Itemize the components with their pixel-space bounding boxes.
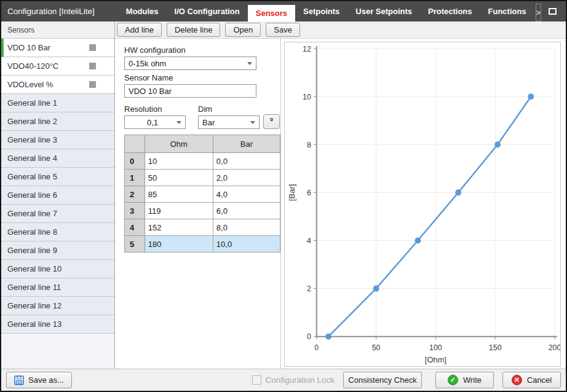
maximize-icon[interactable] (549, 8, 557, 15)
bar-value-cell[interactable]: 8,0 (213, 219, 280, 236)
resolution-select[interactable]: 0,1 (124, 116, 186, 129)
bar-value-cell[interactable]: 0,0 (213, 153, 280, 170)
sidebar-item-general-line-11[interactable]: General line 11 (1, 278, 114, 297)
sensor-name-input[interactable]: VDO 10 Bar (124, 84, 256, 98)
svg-text:4: 4 (307, 237, 311, 245)
bar-column-header: Bar (213, 135, 280, 153)
ohm-value-cell[interactable]: 85 (145, 186, 213, 203)
tab-modules[interactable]: Modules (118, 1, 167, 22)
sidebar-item-general-line-2[interactable]: General line 2 (1, 112, 114, 131)
toolbar: Add lineDelete lineOpenSave (115, 22, 566, 39)
degree-button[interactable]: ° (263, 114, 280, 129)
chevron-down-icon (250, 121, 255, 124)
svg-text:0: 0 (314, 343, 319, 352)
configuration-lock-checkbox[interactable] (252, 375, 261, 385)
cancel-label: Cancel (527, 375, 552, 385)
save-button[interactable]: Save (266, 23, 300, 37)
sidebar-item-general-line-10[interactable]: General line 10 (1, 260, 114, 278)
sidebar-item-vdolevel[interactable]: VDOLevel % (1, 76, 114, 94)
bar-value-cell[interactable]: 2,0 (213, 170, 280, 186)
ohm-value-cell[interactable]: 180 (145, 236, 213, 253)
sidebar-item-general-line-13[interactable]: General line 13 (1, 315, 114, 334)
sensor-form-panel: HW configuration 0-15k ohm Sensor Name V… (115, 39, 281, 369)
ohm-value-cell[interactable]: 10 (145, 153, 213, 170)
tab-overflow-button[interactable]: > (536, 4, 541, 22)
sidebar-item-general-line-9[interactable]: General line 9 (1, 241, 114, 260)
row-index-cell[interactable]: 5 (125, 236, 145, 253)
ohm-value-cell[interactable]: 152 (145, 219, 213, 236)
svg-text:8: 8 (307, 141, 311, 149)
open-button[interactable]: Open (225, 23, 261, 37)
table-row: 2854,0 (125, 186, 280, 203)
sidebar-item-general-line-8[interactable]: General line 8 (1, 223, 114, 241)
table-header-row: Ohm Bar (125, 135, 280, 153)
hw-configuration-label: HW configuration (124, 45, 280, 55)
sidebar-item-label: General line 6 (7, 190, 57, 200)
sidebar-item-label: VDO40-120°C (7, 61, 58, 71)
hw-configuration-value: 0-15k ohm (129, 59, 166, 68)
row-index-cell[interactable]: 4 (125, 219, 145, 236)
tab-setpoints[interactable]: Setpoints (295, 1, 347, 22)
sidebar-item-label: General line 8 (7, 227, 57, 237)
add-line-button[interactable]: Add line (117, 23, 162, 37)
tab-bar: ModulesI/O ConfigurationSensorsSetpoints… (118, 1, 534, 22)
row-index-cell[interactable]: 3 (125, 203, 145, 219)
check-circle-icon: ✓ (448, 375, 458, 385)
svg-text:50: 50 (372, 343, 381, 352)
row-index-cell[interactable]: 0 (125, 153, 145, 170)
table-row: 1502,0 (125, 170, 280, 186)
delete-line-button[interactable]: Delete line (167, 23, 220, 37)
index-column-header (125, 135, 145, 153)
bar-value-cell[interactable]: 6,0 (213, 203, 280, 219)
row-index-cell[interactable]: 1 (125, 170, 145, 186)
row-index-cell[interactable]: 2 (125, 186, 145, 203)
sidebar-item-general-line-3[interactable]: General line 3 (1, 131, 114, 149)
calibration-table: Ohm Bar 0100,01502,02854,031196,041528,0… (124, 135, 280, 253)
floppy-disk-icon (14, 375, 24, 385)
sidebar-item-label: General line 10 (7, 264, 61, 273)
line-chart: 024681012050100150200[Bar][Ohm] (285, 42, 560, 366)
sidebar-item-label: General line 13 (7, 319, 61, 329)
sidebar-item-general-line-7[interactable]: General line 7 (1, 205, 114, 223)
svg-text:12: 12 (303, 45, 311, 53)
sidebar-item-vdo-10-bar[interactable]: VDO 10 Bar (1, 39, 114, 57)
dim-label: Dim (198, 104, 260, 114)
hw-configuration-select[interactable]: 0-15k ohm (124, 57, 256, 70)
table-row: 31196,0 (125, 203, 280, 219)
ohm-value-cell[interactable]: 50 (145, 170, 213, 186)
sidebar-item-label: General line 1 (7, 98, 57, 108)
dim-value: Bar (202, 118, 215, 127)
sidebar-item-vdo40-120-c[interactable]: VDO40-120°C (1, 57, 114, 76)
ohm-column-header: Ohm (145, 135, 213, 153)
svg-text:10: 10 (303, 93, 311, 101)
sidebar-item-general-line-4[interactable]: General line 4 (1, 149, 114, 168)
svg-text:100: 100 (429, 343, 442, 352)
sidebar-item-general-line-1[interactable]: General line 1 (1, 94, 114, 112)
sidebar-item-general-line-12[interactable]: General line 12 (1, 297, 114, 315)
tab-i-o-configuration[interactable]: I/O Configuration (167, 1, 248, 22)
sensor-badge-icon (89, 44, 96, 51)
svg-text:0: 0 (307, 332, 311, 341)
sensor-curve-chart: 024681012050100150200[Bar][Ohm] (284, 42, 561, 367)
save-as-button[interactable]: Save as... (6, 372, 72, 388)
dim-select[interactable]: Bar (198, 116, 260, 129)
tab-user-setpoints[interactable]: User Setpoints (347, 1, 420, 22)
x-circle-icon: ✕ (512, 375, 522, 385)
tab-sensors[interactable]: Sensors (248, 5, 295, 22)
bar-value-cell[interactable]: 10,0 (213, 236, 280, 253)
cancel-button[interactable]: ✕ Cancel (502, 372, 561, 388)
write-button[interactable]: ✓ Write (435, 372, 494, 388)
sensor-badge-icon (89, 81, 96, 88)
bar-value-cell[interactable]: 4,0 (213, 186, 280, 203)
title-bar: Configuration [InteliLite] ModulesI/O Co… (1, 1, 566, 22)
sidebar-item-general-line-6[interactable]: General line 6 (1, 186, 114, 205)
chevron-down-icon (247, 62, 252, 65)
sidebar-item-general-line-5[interactable]: General line 5 (1, 168, 114, 186)
table-row: 0100,0 (125, 153, 280, 170)
tab-protections[interactable]: Protections (420, 1, 480, 22)
consistency-check-button[interactable]: Consistency Check (343, 372, 422, 388)
sidebar-item-label: General line 12 (7, 301, 61, 310)
ohm-value-cell[interactable]: 119 (145, 203, 213, 219)
svg-text:150: 150 (489, 343, 502, 352)
tab-functions[interactable]: Functions (480, 1, 534, 22)
